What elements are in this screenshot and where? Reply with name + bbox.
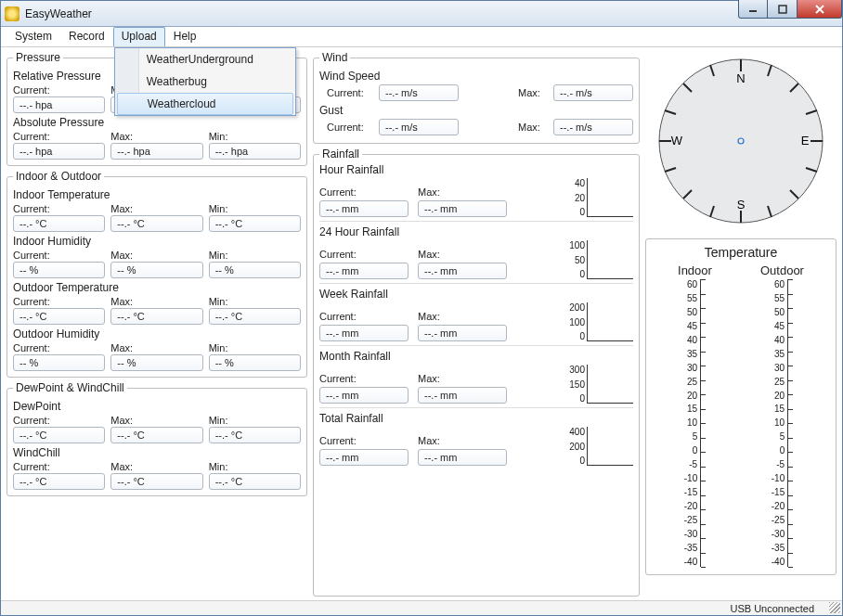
indoor-outdoor-group: Indoor & Outdoor Indoor Temperature Curr… [6,170,307,378]
indoor-hum-min[interactable]: -- % [209,262,301,278]
window-controls [738,0,842,19]
outdoor-temp-min[interactable]: --.- °C [209,308,301,325]
outdoor-hum-max[interactable]: -- % [110,354,202,371]
rain-week-current[interactable]: --.- mm [319,325,409,341]
rain-week-max[interactable]: --.- mm [418,325,507,341]
wind-speed-current[interactable]: --.- m/s [379,84,459,101]
svg-text:S: S [737,198,746,212]
compass-icon: N S W E [653,53,829,229]
svg-text:N: N [736,71,745,85]
rain-total-graph: 4002000 [569,427,633,466]
indoor-temp-min[interactable]: --.- °C [209,215,301,232]
compass: N S W E [645,51,837,229]
svg-text:W: W [671,134,683,148]
rain-day-graph: 100500 [569,240,633,279]
gust-current[interactable]: --.- m/s [379,119,459,135]
dewpoint-windchill-group: DewPoint & WindChill DewPoint Current:--… [6,381,307,496]
outdoor-temp-current[interactable]: --.- °C [13,308,105,325]
maximize-button[interactable] [768,0,798,19]
app-window: EasyWeather System Record Upload Weather… [0,0,843,616]
statusbar: USB Unconnected [1,600,842,615]
gust-max[interactable]: --.- m/s [553,119,633,135]
abs-pressure-min[interactable]: --.- hpa [209,143,301,160]
menu-upload-label: Upload [122,30,157,43]
wind-group: Wind Wind Speed Current: --.- m/s Max: -… [313,51,640,144]
left-column: Pressure Relative Pressure Current:--.- … [6,51,307,597]
temperature-title: Temperature [654,245,828,260]
minimize-button[interactable] [738,0,768,19]
menubar: System Record Upload WeatherUnderground … [1,27,842,47]
rain-day-max[interactable]: --.- mm [418,263,507,279]
indoor-temp-max[interactable]: --.- °C [110,215,202,232]
rain-month-graph: 3001500 [569,365,633,404]
upload-item-wunderground[interactable]: WeatherUnderground [115,48,295,71]
outdoor-temp-max[interactable]: --.- °C [110,308,202,325]
dewpoint-current[interactable]: --.- °C [13,427,105,443]
rain-week: Week RainfallCurrent:--.- mmMax:--.- mm2… [319,283,633,341]
absolute-pressure-title: Absolute Pressure [13,116,301,129]
windchill-min[interactable]: --.- °C [209,473,301,490]
windchill-current[interactable]: --.- °C [13,473,105,490]
abs-pressure-max[interactable]: --.- hpa [110,143,202,160]
rain-total-max[interactable]: --.- mm [418,449,507,466]
rain-day-current[interactable]: --.- mm [319,263,409,279]
wind-speed-max[interactable]: --.- m/s [553,84,633,101]
indoor-hum-current[interactable]: -- % [13,262,105,278]
indoor-thermometer: Indoor 605550454035302520151050-5-10-15-… [678,263,712,567]
dewpoint-min[interactable]: --.- °C [209,427,301,443]
rain-hour-max[interactable]: --.- mm [418,200,507,217]
resize-grip-icon[interactable] [829,602,840,613]
upload-item-weathercloud[interactable]: Weathercloud [117,93,293,115]
temperature-panel: Temperature Indoor 605550454035302520151… [645,238,837,575]
rain-total-current[interactable]: --.- mm [319,449,409,466]
windchill-max[interactable]: --.- °C [110,473,202,490]
rain-day: 24 Hour RainfallCurrent:--.- mmMax:--.- … [319,221,633,279]
rain-hour: Hour RainfallCurrent:--.- mmMax:--.- mm4… [319,163,633,217]
menu-help[interactable]: Help [165,27,205,46]
rel-pressure-current[interactable]: --.- hpa [13,96,105,113]
outdoor-hum-current[interactable]: -- % [13,354,105,371]
indoor-hum-max[interactable]: -- % [110,262,202,278]
titlebar: EasyWeather [1,1,842,27]
rain-month: Month RainfallCurrent:--.- mmMax:--.- mm… [319,345,633,404]
menu-upload[interactable]: Upload WeatherUnderground Weatherbug Wea… [113,27,165,46]
status-text: USB Unconnected [731,603,815,614]
svg-rect-1 [779,6,786,13]
rain-month-current[interactable]: --.- mm [319,387,409,404]
rain-hour-graph: 40200 [575,178,633,217]
upload-dropdown: WeatherUnderground Weatherbug Weatherclo… [114,47,296,116]
rain-month-max[interactable]: --.- mm [418,387,507,404]
app-icon [5,6,19,21]
rainfall-group: Rainfall Hour RainfallCurrent:--.- mmMax… [313,148,640,597]
window-title: EasyWeather [25,7,92,20]
menu-record[interactable]: Record [60,27,113,46]
rain-week-graph: 2001000 [569,302,633,341]
dewpoint-max[interactable]: --.- °C [110,427,202,443]
content: Pressure Relative Pressure Current:--.- … [1,47,842,600]
rain-total: Total RainfallCurrent:--.- mmMax:--.- mm… [319,407,633,466]
close-button[interactable] [798,0,842,19]
abs-pressure-current[interactable]: --.- hpa [13,143,105,160]
outdoor-hum-min[interactable]: -- % [209,354,301,371]
outdoor-thermometer: Outdoor 605550454035302520151050-5-10-15… [760,263,804,567]
right-column: N S W E Temperature Indoor 6055504540353… [645,51,837,597]
middle-column: Wind Wind Speed Current: --.- m/s Max: -… [313,51,640,597]
rain-hour-current[interactable]: --.- mm [319,200,409,217]
indoor-temp-current[interactable]: --.- °C [13,215,105,232]
menu-system[interactable]: System [6,27,60,46]
pressure-legend: Pressure [13,51,63,64]
svg-text:E: E [801,134,810,148]
upload-item-weatherbug[interactable]: Weatherbug [115,71,295,93]
